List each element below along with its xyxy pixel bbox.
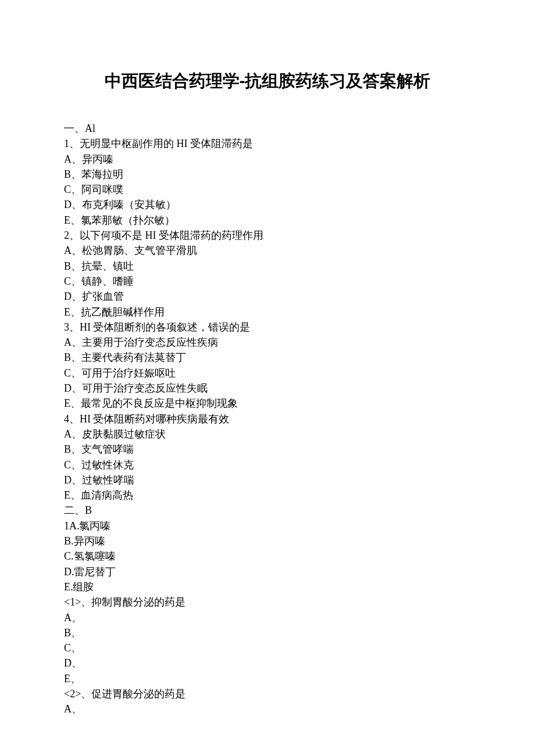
option: D、布克利嗪（安其敏） (64, 197, 471, 212)
shared-option: C.氢氯噻嗪 (64, 549, 471, 564)
option: B、 (64, 625, 471, 640)
option: A、松弛胃肠、支气管平滑肌 (64, 243, 471, 258)
shared-option: 1A.氯丙嗪 (64, 518, 471, 533)
shared-option: D.雷尼替丁 (64, 564, 471, 579)
option: B、苯海拉明 (64, 167, 471, 182)
shared-option: E.组胺 (64, 579, 471, 594)
option: A、主要用于治疗变态反应性疾病 (64, 335, 471, 350)
option: B、抗晕、镇吐 (64, 259, 471, 274)
option: D、过敏性哮喘 (64, 472, 471, 488)
option: E、氯苯那敏（扑尔敏） (64, 213, 471, 228)
option: D、 (64, 655, 471, 671)
subquestion-stem: <2>、促进胃酸分泌的药是 (64, 686, 471, 701)
question-stem: 3、HI 受体阻断剂的各项叙述，错误的是 (64, 320, 471, 335)
option: A、 (64, 701, 471, 716)
option: C、镇静、嗜睡 (64, 274, 471, 289)
option: A、皮肤黏膜过敏症状 (64, 427, 471, 442)
option: A、 (64, 610, 471, 625)
section-heading: 一、Al (64, 121, 471, 136)
option: E、最常见的不良反应是中枢抑制现象 (64, 396, 471, 411)
option: E、抗乙酰胆碱样作用 (64, 304, 471, 320)
shared-option: B.异丙嗪 (64, 533, 471, 549)
document-title: 中西医结合药理学-抗组胺药练习及答案解析 (64, 70, 471, 93)
option: C、 (64, 640, 471, 655)
subquestion-stem: <1>、抑制胃酸分泌的药是 (64, 594, 471, 610)
option: A、异丙嗪 (64, 152, 471, 167)
option: D、扩张血管 (64, 289, 471, 304)
option: E、 (64, 671, 471, 686)
question-stem: 2、以下何项不是 HI 受体阻滞药的药理作用 (64, 228, 471, 243)
option: B、主要代表药有法莫替丁 (64, 350, 471, 365)
option: C、阿司咪噗 (64, 182, 471, 197)
document-page: 中西医结合药理学-抗组胺药练习及答案解析 一、Al 1、无明显中枢副作用的 HI… (0, 0, 535, 752)
option: E、血清病高热 (64, 488, 471, 503)
option: B、支气管哮喘 (64, 442, 471, 457)
option: D、可用于治疗变态反应性失眠 (64, 381, 471, 396)
question-stem: 1、无明显中枢副作用的 HI 受体阻滞药是 (64, 136, 471, 151)
option: C、过敏性休克 (64, 457, 471, 472)
option: C、可用于治疗妊娠呕吐 (64, 366, 471, 381)
section-heading: 二、B (64, 503, 471, 518)
question-stem: 4、HI 受体阻断药对哪种疾病最有效 (64, 411, 471, 427)
